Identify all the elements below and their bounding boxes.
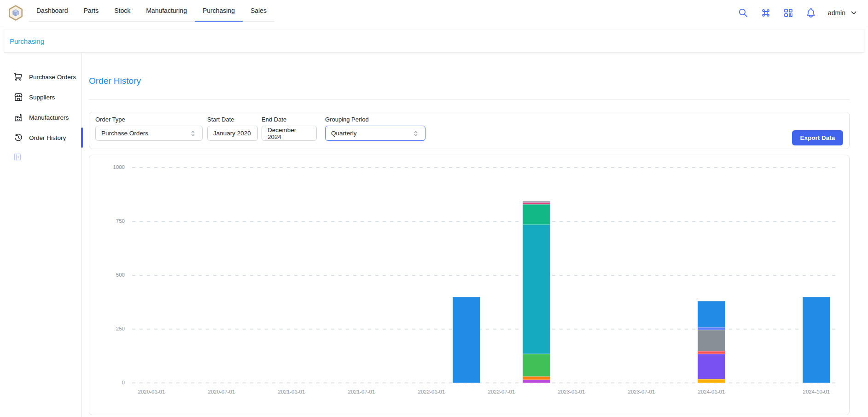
y-axis-label: 0 [89, 380, 126, 385]
x-axis-label: 2021-01-01 [271, 389, 312, 394]
search-button[interactable] [738, 7, 749, 18]
sidebar-item-order-history[interactable]: Order History [0, 127, 82, 148]
y-axis-label: 250 [89, 326, 126, 331]
content: Purchase Orders Suppliers Manufacturers [0, 53, 868, 417]
bar-segment-orange[interactable] [523, 376, 550, 380]
start-date-input[interactable]: January 2020 [207, 126, 258, 141]
sidebar-item-label: Manufacturers [29, 114, 69, 121]
order-type-select[interactable]: Purchase Orders [95, 126, 203, 141]
command-palette-button[interactable] [760, 7, 771, 18]
tab-manufacturing[interactable]: Manufacturing [138, 0, 195, 22]
bar-segment-blue[interactable] [803, 297, 830, 383]
command-icon [760, 7, 771, 18]
bar-segment-blue[interactable] [698, 301, 725, 327]
building-store-icon [14, 93, 23, 102]
end-date-input[interactable]: December 2024 [262, 126, 317, 141]
order-type-value: Purchase Orders [101, 130, 148, 137]
chart-card: 025050075010002020-01-012020-07-012021-0… [89, 155, 850, 415]
main-tabs: Dashboard Parts Stock Manufacturing Purc… [29, 0, 274, 22]
page-title: Order History [89, 76, 850, 86]
grouping-period-field: Grouping Period Quarterly [325, 116, 425, 141]
bar-segment-blue[interactable] [453, 297, 480, 383]
top-navbar: Dashboard Parts Stock Manufacturing Purc… [0, 0, 868, 26]
start-date-label: Start Date [207, 116, 258, 123]
sidebar: Purchase Orders Suppliers Manufacturers [0, 53, 82, 417]
end-date-label: End Date [262, 116, 317, 123]
gridline-250 [132, 329, 839, 330]
tab-parts[interactable]: Parts [76, 0, 107, 22]
x-axis-label: 2023-01-01 [551, 389, 592, 394]
gridline-500 [132, 275, 839, 276]
y-axis-label: 1000 [89, 164, 126, 170]
x-axis-label: 2024-10-01 [796, 389, 837, 394]
main-panel: Order History Order Type Purchase Orders… [82, 53, 868, 417]
gridline-1000 [132, 167, 839, 168]
history-icon [14, 133, 23, 142]
sidebar-item-label: Suppliers [29, 94, 55, 101]
selector-icon [189, 130, 197, 137]
sidebar-item-label: Order History [29, 134, 66, 141]
navbar-actions: admin [738, 7, 858, 18]
bar-segment-cyan[interactable] [523, 225, 550, 354]
chevron-down-icon [850, 9, 858, 17]
gridline-0 [132, 382, 839, 383]
search-icon [738, 7, 749, 18]
selector-icon [412, 130, 419, 137]
qr-scan-button[interactable] [783, 7, 794, 18]
bar-segment-gray[interactable] [698, 330, 725, 351]
breadcrumb-purchasing[interactable]: Purchasing [10, 37, 44, 45]
bar-segment-grape[interactable] [523, 380, 550, 383]
notifications-button[interactable] [805, 7, 816, 18]
bar-segment-amber[interactable] [698, 379, 725, 383]
grouping-period-value: Quarterly [331, 130, 357, 137]
bar-segment-green[interactable] [523, 354, 550, 376]
export-data-button[interactable]: Export Data [792, 130, 843, 145]
bar-segment-rose[interactable] [523, 203, 550, 204]
bar-segment-teal[interactable] [523, 204, 550, 225]
y-axis-label: 750 [89, 218, 126, 224]
building-factory-icon [14, 113, 23, 122]
bar-segment-violet[interactable] [698, 354, 725, 379]
sidebar-active-indicator [81, 127, 83, 148]
bar-segment-red[interactable] [698, 351, 725, 354]
start-date-value: January 2020 [213, 130, 251, 137]
sidebar-collapse-icon [13, 152, 22, 162]
title-divider [89, 99, 850, 100]
bell-icon [805, 7, 816, 18]
x-axis-label: 2023-07-01 [621, 389, 662, 394]
order-history-chart: 025050075010002020-01-012020-07-012021-0… [89, 155, 849, 415]
breadcrumb: Purchasing [4, 29, 864, 53]
sidebar-item-manufacturers[interactable]: Manufacturers [0, 107, 82, 127]
y-axis-label: 500 [89, 272, 126, 278]
shopping-cart-icon [14, 72, 23, 81]
qr-code-icon [783, 7, 794, 18]
bar-segment-indigo[interactable] [698, 327, 725, 330]
user-menu[interactable]: admin [828, 9, 858, 17]
sidebar-item-label: Purchase Orders [29, 74, 76, 81]
x-axis-label: 2022-01-01 [411, 389, 452, 394]
x-axis-label: 2020-01-01 [131, 389, 172, 394]
sidebar-item-suppliers[interactable]: Suppliers [0, 87, 82, 107]
grouping-period-label: Grouping Period [325, 116, 425, 123]
tab-purchasing[interactable]: Purchasing [195, 0, 243, 22]
bar-segment-slate[interactable] [523, 201, 550, 202]
tab-dashboard[interactable]: Dashboard [29, 0, 76, 22]
tab-stock[interactable]: Stock [106, 0, 138, 22]
user-name: admin [828, 9, 845, 17]
end-date-field: End Date December 2024 [262, 116, 317, 141]
sidebar-collapse-button[interactable] [13, 152, 22, 162]
app-logo-icon[interactable] [7, 5, 24, 21]
grouping-period-select[interactable]: Quarterly [325, 126, 425, 141]
x-axis-label: 2022-07-01 [481, 389, 522, 394]
end-date-value: December 2024 [268, 127, 311, 140]
tab-sales[interactable]: Sales [243, 0, 274, 22]
x-axis-label: 2020-07-01 [201, 389, 242, 394]
x-axis-label: 2021-07-01 [341, 389, 382, 394]
x-axis-label: 2024-01-01 [691, 389, 732, 394]
order-type-field: Order Type Purchase Orders [95, 116, 203, 141]
start-date-field: Start Date January 2020 [207, 116, 258, 141]
filter-panel: Order Type Purchase Orders Start Date Ja… [89, 112, 850, 149]
gridline-750 [132, 221, 839, 222]
order-type-label: Order Type [95, 116, 203, 123]
sidebar-item-purchase-orders[interactable]: Purchase Orders [0, 67, 82, 87]
